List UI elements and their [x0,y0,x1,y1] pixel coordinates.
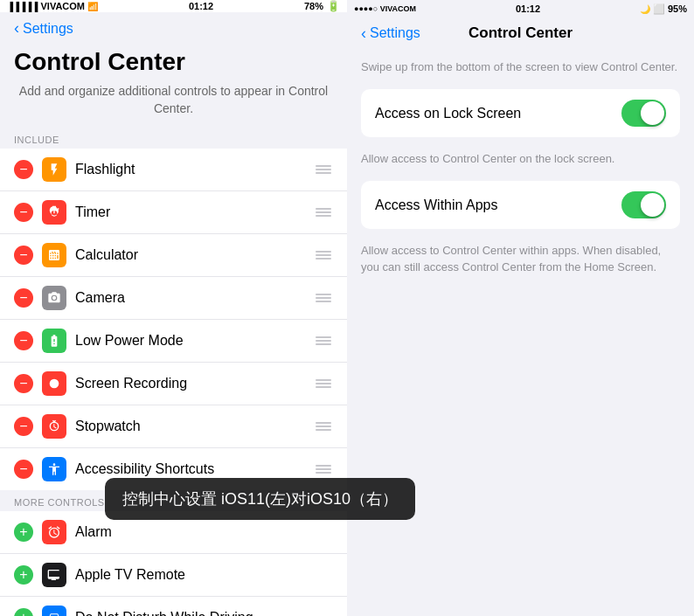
dnd-label: Do Not Disturb While Driving [75,610,333,616]
back-label-left: Settings [23,21,73,37]
nav-title-right: Control Center [468,24,573,42]
calculator-label: Calculator [75,247,314,263]
timer-icon [42,200,66,225]
stopwatch-label: Stopwatch [75,419,314,434]
calculator-drag-handle[interactable] [314,251,333,260]
include-list: − Flashlight − Timer − [0,149,347,490]
within-apps-toggle[interactable] [621,191,666,218]
nav-bar-right: ‹ Settings Control Center [347,17,694,49]
accessibility-drag-handle[interactable] [314,465,333,474]
list-item: − Flashlight [0,149,347,191]
list-item: − Stopwatch [0,405,347,448]
remove-calculator-button[interactable]: − [14,246,33,265]
stopwatch-drag-handle[interactable] [314,422,333,431]
within-apps-label: Access Within Apps [375,197,621,213]
alarm-icon [42,520,66,544]
battery-icon-right: ⬜ [653,3,665,15]
remove-timer-button[interactable]: − [14,203,33,222]
add-dnd-button[interactable]: + [14,608,33,616]
flashlight-icon [42,157,66,182]
camera-icon [42,286,66,310]
calculator-icon [42,243,66,267]
battery-percent-left: 78% [304,1,323,11]
subtitle-left: Add and organize additional controls to … [0,83,347,128]
lock-screen-description: Allow access to Control Center on the lo… [347,144,694,181]
page-title-left: Control Center [0,45,347,83]
toggle-knob [641,101,664,125]
lowpower-label: Low Power Mode [75,333,314,349]
list-item: − Calculator [0,234,347,277]
remove-camera-button[interactable]: − [14,288,33,308]
right-status-right: 🌙 ⬜ 95% [640,3,687,15]
right-panel: ●●●●○ VIVACOM 01:12 🌙 ⬜ 95% ‹ Settings C… [347,0,694,616]
carrier-left: ▐▐▐▐▐ VIVACOM 📶 [7,1,98,11]
back-button-left[interactable]: ‹ Settings [14,19,73,38]
camera-drag-handle[interactable] [314,294,333,302]
add-alarm-button[interactable]: + [14,523,33,542]
list-item: − Screen Recording [0,363,347,405]
timer-drag-handle[interactable] [314,208,333,217]
back-label-right: Settings [370,25,420,41]
alarm-label: Alarm [75,524,333,540]
list-item: − Camera [0,277,347,320]
toggle-knob-2 [641,193,664,217]
back-chevron-right: ‹ [361,24,366,43]
within-apps-description: Allow access to Control Center within ap… [347,236,694,288]
more-list: + Alarm + Apple TV Remote + Do Not Distu… [0,511,347,616]
list-item: + Do Not Disturb While Driving [0,597,347,616]
lock-screen-toggle[interactable] [621,100,666,127]
include-header: INCLUDE [0,128,347,149]
stopwatch-icon [42,414,66,439]
status-bar-left: ▐▐▐▐▐ VIVACOM 📶 01:12 78% 🔋 [0,0,347,12]
dnd-icon [42,606,66,616]
within-apps-group: Access Within Apps [361,181,680,229]
svg-point-0 [50,379,59,389]
remove-flashlight-button[interactable]: − [14,160,33,179]
flashlight-drag-handle[interactable] [314,165,333,174]
info-text: Swipe up from the bottom of the screen t… [347,49,694,89]
lock-screen-label: Access on Lock Screen [375,106,621,121]
timer-label: Timer [75,204,314,220]
screenrecording-icon [42,371,66,396]
camera-label: Camera [75,290,314,306]
status-bar-right: ●●●●○ VIVACOM 01:12 🌙 ⬜ 95% [347,0,694,17]
flashlight-label: Flashlight [75,162,314,177]
screenrecording-drag-handle[interactable] [314,379,333,388]
right-status-left: 78% 🔋 [304,0,340,12]
remove-stopwatch-button[interactable]: − [14,417,33,436]
lowpower-drag-handle[interactable] [314,336,333,345]
screenrecording-label: Screen Recording [75,376,314,391]
lock-screen-row: Access on Lock Screen [361,89,680,137]
battery-icon-left: 🔋 [327,0,340,12]
list-item: − Timer [0,191,347,234]
lowpower-icon [42,329,66,353]
appletv-icon [42,563,66,587]
moon-icon: 🌙 [640,4,650,14]
appletv-label: Apple TV Remote [75,567,333,583]
add-appletv-button[interactable]: + [14,565,33,585]
overlay-banner: 控制中心设置 iOS11(左)对iOS10（右） [105,478,415,520]
remove-lowpower-button[interactable]: − [14,331,33,350]
battery-percent-right: 95% [668,3,687,14]
list-item: − Low Power Mode [0,320,347,363]
back-chevron-left: ‹ [14,19,19,38]
lock-screen-group: Access on Lock Screen [361,89,680,137]
remove-accessibility-button[interactable]: − [14,460,33,479]
signal-dots-right: ●●●●○ VIVACOM [354,4,416,13]
left-panel: ▐▐▐▐▐ VIVACOM 📶 01:12 78% 🔋 ‹ Settings C… [0,0,347,616]
time-left: 01:12 [189,1,213,11]
nav-bar-left: ‹ Settings [0,12,347,45]
accessibility-icon [42,457,66,481]
time-right: 01:12 [516,3,540,14]
remove-screenrecording-button[interactable]: − [14,374,33,393]
accessibility-label: Accessibility Shortcuts [75,461,314,477]
within-apps-row: Access Within Apps [361,181,680,229]
right-content: Swipe up from the bottom of the screen t… [347,49,694,616]
list-item: + Apple TV Remote [0,554,347,597]
back-button-right[interactable]: ‹ Settings [361,24,420,43]
